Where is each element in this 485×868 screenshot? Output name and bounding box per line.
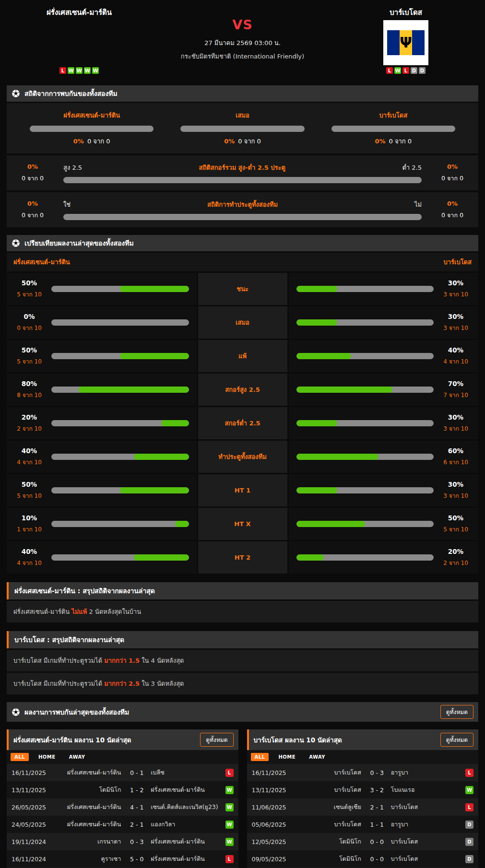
home-matches-rows: 16/11/2025 ฝรั่งเศสเซนต์-มาร์ติน 0 - 1 เ…	[7, 764, 238, 868]
tab-away[interactable]: AWAY	[305, 753, 329, 761]
comparison-header: เปรียบเทียบผลงานล่าสุดของทั้งสองทีม	[7, 235, 478, 251]
result-badge: D	[465, 855, 473, 863]
summary-highlight: มากกว่า 2.5	[104, 680, 140, 687]
tab-away[interactable]: AWAY	[65, 753, 89, 761]
btts-left-percent: 0%	[15, 200, 50, 207]
match-score: 2 - 1	[365, 804, 389, 811]
comparison-metric-label: สกอร์ต่ำ 2.5	[198, 407, 287, 439]
match-row: 13/11/2025 โดมินิโก 1 - 2 ฝรั่งเศสเซนต์-…	[7, 781, 238, 798]
summary-line: บาร์เบโดส มีเกมที่ทำประตูรวมได้ มากกว่า …	[7, 673, 478, 694]
match-row: 26/05/2025 ฝรั่งเศสเซนต์-มาร์ติน 4 - 1 เ…	[7, 798, 238, 816]
match-score: 0 - 0	[365, 838, 389, 845]
match-home-team: โดมินิโก	[293, 854, 365, 864]
comparison-row: 20% 2 จาก 10 สกอร์ต่ำ 2.5 30% 3 จาก 10	[7, 407, 478, 439]
match-date: 16/11/2025	[12, 769, 53, 776]
away-count: 5 จาก 10	[441, 525, 471, 534]
comparison-metric-label: HT 1	[198, 474, 287, 506]
result-badge: L	[225, 855, 234, 863]
trident-icon: Ψ	[400, 30, 412, 55]
home-bar	[51, 286, 189, 292]
h2h-draw-count: 0 จาก 0	[238, 138, 261, 145]
tab-all[interactable]: ALL	[11, 753, 29, 761]
match-row: 16/11/2025 ฝรั่งเศสเซนต์-มาร์ติน 0 - 1 เ…	[7, 764, 238, 781]
away-matches-column: บาร์เบโดส ผลงาน 10 นัดล่าสุด ดูทั้งหมด A…	[247, 729, 479, 868]
tab-home[interactable]: HOME	[35, 753, 59, 761]
match-home-team: ฝรั่งเศสเซนต์-มาร์ติน	[53, 802, 125, 812]
match-row: 11/06/2025 เซนต์ลูเซีย 2 - 1 บาร์เบโดส L	[247, 798, 479, 816]
away-percent: 60%	[441, 447, 471, 455]
away-percent: 30%	[441, 481, 471, 488]
over-right-percent: 0%	[435, 163, 470, 170]
away-count: 3 จาก 10	[441, 424, 471, 433]
match-info: VS 27 มีนาคม 2569 03:00 น. กระชับมิตรทีม…	[149, 5, 336, 75]
form-badge-w: W	[68, 67, 74, 74]
match-home-team: โดมินิโก	[53, 785, 125, 795]
match-away-team: ฝรั่งเศสเซนต์-มาร์ติน	[149, 854, 225, 864]
result-badge: L	[465, 803, 473, 811]
home-bar-fill	[175, 521, 189, 527]
match-row: 16/11/2024 คูราเซา 5 - 0 ฝรั่งเศสเซนต์-ม…	[7, 850, 238, 868]
over-right-count: 0 จาก 0	[435, 174, 470, 183]
home-count: 2 จาก 10	[14, 424, 44, 433]
recent-meetings-header: ผลงานการพบกันล่าสุดของทั้งสองทีม ดูทั้งห…	[7, 702, 478, 722]
summary-highlight: มากกว่า 1.5	[104, 657, 140, 664]
form-badge-l: L	[402, 67, 409, 74]
comparison-rows: 50% 5 จาก 10 ชนะ 30% 3 จาก 10 0% 0 จาก 1…	[7, 273, 478, 574]
home-matches-title: ฝรั่งเศสเซนต์-มาร์ติน ผลงาน 10 นัดล่าสุด	[13, 735, 131, 745]
result-badge: W	[225, 838, 234, 846]
h2h-draw-col: เสมอ 0%0 จาก 0	[167, 110, 318, 146]
home-team-column: ฝรั่งเศสเซนต์-มาร์ติน LWWWW	[10, 5, 149, 75]
home-percent: 40%	[14, 447, 44, 455]
match-away-team: บาร์เบโดส	[389, 854, 465, 864]
result-badge: W	[225, 821, 234, 829]
home-summary-lines: ฝรั่งเศสเซนต์-มาร์ติน ไม่แพ้ 2 นัดหลังสุ…	[7, 601, 478, 622]
form-badge-w: W	[394, 67, 401, 74]
tab-all[interactable]: ALL	[251, 753, 269, 761]
h2h-draw-percent: 0%	[224, 138, 235, 145]
comparison-row: 40% 4 จาก 10 HT 2 20% 2 จาก 10	[7, 541, 478, 574]
match-score: 3 - 2	[365, 786, 389, 794]
away-bar-fill	[296, 387, 393, 393]
comparison-row: 50% 5 จาก 10 HT 1 30% 3 จาก 10	[7, 474, 478, 506]
match-score: 4 - 1	[125, 804, 149, 811]
match-away-team: โบแนเรอ	[389, 785, 465, 795]
match-away-team: อารูบา	[389, 820, 465, 829]
home-bar-fill	[161, 420, 189, 426]
match-row: 13/11/2025 บาร์เบโดส 3 - 2 โบแนเรอ W	[247, 781, 479, 798]
over-under-title: สถิติสกอร์รวม สูง-ต่ำ 2.5 ประตู	[199, 163, 285, 173]
form-badge-l: L	[386, 67, 393, 74]
comparison-away-team: บาร์เบโดส	[443, 257, 472, 267]
comparison-row: 50% 5 จาก 10 ชนะ 30% 3 จาก 10	[7, 273, 478, 305]
summary-line: บาร์เบโดส มีเกมที่ทำประตูรวมได้ มากกว่า …	[7, 650, 478, 671]
away-count: 6 จาก 10	[441, 457, 471, 467]
match-home-team: บาร์เบโดส	[293, 768, 365, 777]
match-score: 1 - 2	[125, 786, 149, 794]
away-bar	[296, 353, 434, 359]
away-count: 3 จาก 10	[441, 491, 471, 500]
comparison-row: 0% 0 จาก 10 เสมอ 30% 3 จาก 10	[7, 306, 478, 339]
comparison-team-row: ฝรั่งเศสเซนต์-มาร์ติน บาร์เบโดส	[7, 253, 478, 271]
match-home-team: เซนต์ลูเซีย	[293, 802, 365, 812]
h2h-away-bar	[331, 126, 455, 132]
match-date: 26/05/2025	[12, 804, 53, 811]
form-badge-d: D	[419, 67, 426, 74]
home-matches-view-all-button[interactable]: ดูทั้งหมด	[200, 733, 233, 747]
match-date: 16/11/2024	[12, 856, 53, 863]
away-bar-fill	[296, 487, 338, 493]
result-badge: W	[225, 786, 234, 794]
match-date: 11/06/2025	[252, 804, 293, 811]
away-bar-fill	[296, 286, 338, 292]
tab-home[interactable]: HOME	[274, 753, 299, 761]
home-bar-fill	[79, 387, 189, 393]
home-count: 5 จาก 10	[14, 290, 44, 299]
home-count: 0 จาก 10	[14, 323, 44, 332]
home-count: 1 จาก 10	[14, 525, 44, 534]
away-bar	[296, 487, 434, 493]
recent-meetings-view-all-button[interactable]: ดูทั้งหมด	[440, 705, 473, 719]
away-percent: 40%	[441, 346, 471, 354]
away-matches-view-all-button[interactable]: ดูทั้งหมด	[440, 733, 473, 747]
match-row: 12/05/2025 โดมินิโก 0 - 0 บาร์เบโดส D	[247, 833, 479, 850]
btts-no-label: ไม่	[414, 199, 422, 210]
away-bar	[296, 454, 434, 460]
over-left-percent: 0%	[15, 163, 50, 170]
